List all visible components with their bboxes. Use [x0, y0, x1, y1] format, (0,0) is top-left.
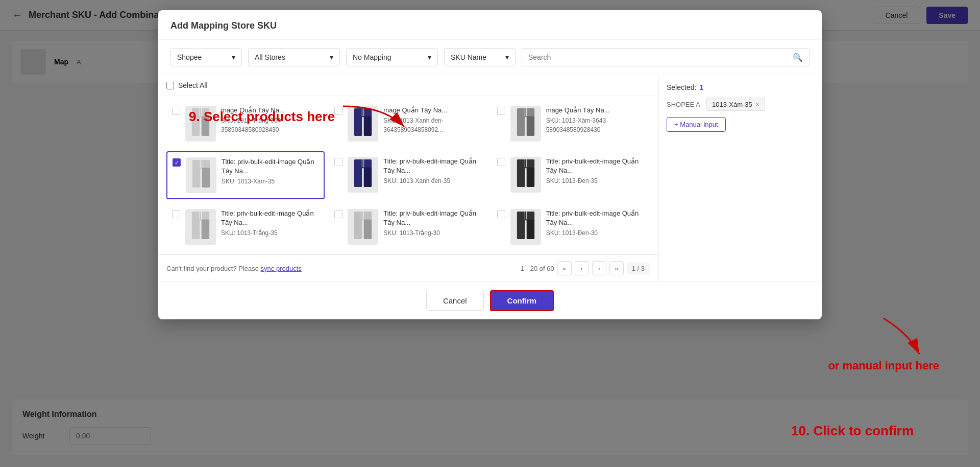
- mapping-filter[interactable]: No Mapping ▾: [346, 48, 438, 66]
- manual-input-button[interactable]: + Manual input: [667, 117, 726, 132]
- product-title: Title: priv-bulk-edit-image Quần Tây Na.…: [546, 209, 644, 227]
- product-image: [510, 209, 541, 245]
- svg-rect-2: [202, 116, 209, 136]
- select-all-checkbox[interactable]: [166, 82, 174, 89]
- product-info: Title: priv-bulk-edit-image Quần Tây Na.…: [383, 209, 481, 237]
- prev-page-button[interactable]: ‹: [575, 261, 589, 275]
- product-image: [348, 209, 378, 245]
- sku-type-filter[interactable]: SKU Name ▾: [444, 48, 516, 66]
- modal-body: Select All mage Quần Tây Na... SKU: 1013…: [158, 75, 822, 282]
- product-checkbox[interactable]: [497, 158, 505, 166]
- store-filter[interactable]: All Stores ▾: [248, 48, 340, 66]
- product-checkbox[interactable]: [172, 107, 180, 115]
- product-image: [348, 106, 378, 142]
- chevron-down-icon: ▾: [428, 53, 431, 61]
- svg-rect-37: [364, 219, 372, 239]
- svg-rect-31: [192, 219, 200, 239]
- product-sku: SKU: 1013-Xanh đen-35: [383, 177, 481, 184]
- product-checkbox[interactable]: [334, 107, 342, 115]
- chevron-down-icon: ▾: [232, 53, 235, 61]
- product-checkbox[interactable]: ✓: [173, 158, 181, 167]
- confirm-button[interactable]: Confirm: [490, 290, 554, 311]
- page-info: 1 / 3: [627, 263, 650, 274]
- svg-rect-12: [526, 116, 534, 136]
- product-image: [510, 106, 541, 142]
- manual-annotation: or manual input here: [828, 359, 939, 372]
- selected-count: 1: [699, 83, 703, 91]
- svg-rect-15: [192, 160, 210, 169]
- shopee-label: SHOPEE A: [667, 101, 702, 108]
- product-item[interactable]: Title: priv-bulk-edit-image Quần Tây Na.…: [329, 151, 487, 199]
- product-item[interactable]: mage Quần Tây Na... SKU: 1013-Xám-3643 5…: [492, 100, 650, 147]
- svg-rect-36: [354, 219, 362, 239]
- svg-rect-0: [192, 108, 209, 117]
- product-list-footer: Can't find your product? Please sync pro…: [158, 254, 658, 282]
- modal-title: Add Mapping Store SKU: [170, 20, 277, 31]
- search-icon: 🔍: [793, 53, 803, 62]
- svg-rect-25: [517, 159, 534, 168]
- product-item[interactable]: ✓ Title: priv-bulk-edit-image Quần Tây N…: [166, 151, 325, 199]
- cancel-button[interactable]: Cancel: [426, 291, 484, 311]
- svg-rect-10: [517, 108, 534, 117]
- product-info: mage Quần Tây Na... SKU: 1013-Xanh đen- …: [383, 106, 481, 133]
- sku-tag-close[interactable]: ×: [755, 100, 760, 108]
- product-title: Title: priv-bulk-edit-image Quần Tây Na.…: [546, 157, 644, 175]
- svg-rect-27: [526, 167, 534, 187]
- product-item[interactable]: Title: priv-bulk-edit-image Quần Tây Na.…: [492, 151, 650, 199]
- product-sku: SKU: 1013-Trắng-364: [221, 117, 319, 124]
- modal-filters: Shopee ▾ All Stores ▾ No Mapping ▾ SKU N…: [158, 40, 822, 75]
- svg-rect-1: [192, 116, 200, 136]
- product-sku: SKU: 1013-Trắng-30: [383, 229, 481, 237]
- shopee-row: SHOPEE A 1013-Xám-35 ×: [667, 98, 814, 111]
- next-page-button[interactable]: ›: [592, 261, 606, 275]
- product-sku: SKU: 1013-Xám-3643: [546, 117, 644, 124]
- product-title: Title: priv-bulk-edit-image Quần Tây Na.…: [221, 209, 319, 227]
- svg-rect-17: [202, 168, 210, 188]
- selected-header: Selected: 1: [667, 83, 814, 91]
- chevron-down-icon: ▾: [505, 53, 509, 61]
- product-image: [348, 157, 378, 193]
- svg-rect-30: [192, 212, 209, 220]
- chevron-down-icon: ▾: [330, 53, 333, 61]
- product-title: Title: priv-bulk-edit-image Quần Tây Na.…: [383, 157, 481, 175]
- sync-link[interactable]: sync products: [261, 265, 302, 272]
- product-checkbox[interactable]: [172, 210, 180, 218]
- product-info: Title: priv-bulk-edit-image Quần Tây Na.…: [221, 209, 319, 237]
- product-checkbox[interactable]: [334, 210, 342, 218]
- product-info: Title: priv-bulk-edit-image Quần Tây Na.…: [546, 157, 644, 184]
- product-info: mage Quần Tây Na... SKU: 1013-Xám-3643 5…: [546, 106, 644, 133]
- sync-text: Can't find your product? Please sync pro…: [166, 265, 302, 272]
- product-checkbox[interactable]: [497, 210, 505, 218]
- product-list-area: Select All mage Quần Tây Na... SKU: 1013…: [158, 75, 658, 282]
- product-image: [186, 157, 216, 193]
- product-title: mage Quần Tây Na...: [546, 106, 644, 115]
- product-item[interactable]: Title: priv-bulk-edit-image Quần Tây Na.…: [329, 203, 487, 250]
- product-image: [510, 157, 541, 193]
- product-checkbox[interactable]: [334, 158, 342, 166]
- product-sku: SKU: 1013-Đen-30: [546, 229, 644, 237]
- search-input[interactable]: [528, 53, 789, 61]
- product-sku: SKU: 1013-Trắng-35: [221, 229, 319, 237]
- modal-footer: Cancel Confirm: [158, 282, 822, 319]
- product-sku: SKU: 1013-Đen-35: [546, 177, 644, 184]
- product-info: Title: priv-bulk-edit-image Quần Tây Na.…: [222, 157, 318, 185]
- product-image: [185, 106, 216, 142]
- product-item[interactable]: Title: priv-bulk-edit-image Quần Tây Na.…: [492, 203, 650, 250]
- pagination: 1 - 20 of 60 « ‹ › » 1 / 3: [521, 261, 650, 275]
- product-item[interactable]: Title: priv-bulk-edit-image Quần Tây Na.…: [166, 203, 325, 250]
- first-page-button[interactable]: «: [557, 261, 572, 275]
- search-wrap: 🔍: [522, 48, 810, 66]
- product-checkbox[interactable]: [497, 107, 505, 115]
- pagination-range: 1 - 20 of 60: [521, 265, 554, 272]
- product-sku: SKU: 1013-Xanh đen-: [383, 117, 481, 124]
- step10-annotation: 10. Click to confirm: [791, 423, 914, 438]
- svg-rect-5: [354, 108, 372, 117]
- product-item[interactable]: mage Quần Tây Na... SKU: 1013-Trắng-364 …: [166, 100, 325, 147]
- svg-rect-20: [354, 159, 372, 168]
- product-info: mage Quần Tây Na... SKU: 1013-Trắng-364 …: [221, 106, 319, 133]
- product-item[interactable]: mage Quần Tây Na... SKU: 1013-Xanh đen- …: [329, 100, 487, 147]
- svg-rect-7: [364, 116, 372, 136]
- last-page-button[interactable]: »: [609, 261, 624, 275]
- platform-filter[interactable]: Shopee ▾: [170, 48, 242, 66]
- svg-rect-32: [202, 219, 209, 239]
